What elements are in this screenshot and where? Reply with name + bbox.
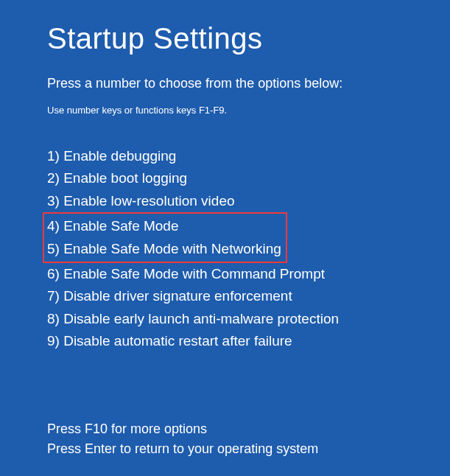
subtitle: Press a number to choose from the option… xyxy=(47,76,450,91)
page-title: Startup Settings xyxy=(47,22,450,55)
option-3-low-res-video[interactable]: 3) Enable low-resolution video xyxy=(47,190,450,212)
option-2-boot-logging[interactable]: 2) Enable boot logging xyxy=(47,167,450,189)
footer-options: Press F10 for more options Press Enter t… xyxy=(47,419,450,461)
instruction-text: Use number keys or functions keys F1-F9. xyxy=(47,105,450,116)
option-7-disable-driver-sig[interactable]: 7) Disable driver signature enforcement xyxy=(47,285,450,307)
footer-more-options: Press F10 for more options xyxy=(47,419,450,440)
option-6-safe-mode-cmd[interactable]: 6) Enable Safe Mode with Command Prompt xyxy=(47,263,450,285)
option-9-disable-auto-restart[interactable]: 9) Disable automatic restart after failu… xyxy=(47,330,450,352)
option-5-safe-mode-networking[interactable]: 5) Enable Safe Mode with Networking xyxy=(47,238,281,260)
highlight-annotation: 4) Enable Safe Mode 5) Enable Safe Mode … xyxy=(43,212,287,263)
option-4-safe-mode[interactable]: 4) Enable Safe Mode xyxy=(47,215,281,237)
footer-return: Press Enter to return to your operating … xyxy=(47,439,450,460)
boot-options-list: 1) Enable debugging 2) Enable boot loggi… xyxy=(47,145,450,353)
option-8-disable-anti-malware[interactable]: 8) Disable early launch anti-malware pro… xyxy=(47,308,450,330)
startup-settings-screen: Startup Settings Press a number to choos… xyxy=(0,0,450,460)
option-1-debugging[interactable]: 1) Enable debugging xyxy=(47,145,450,167)
